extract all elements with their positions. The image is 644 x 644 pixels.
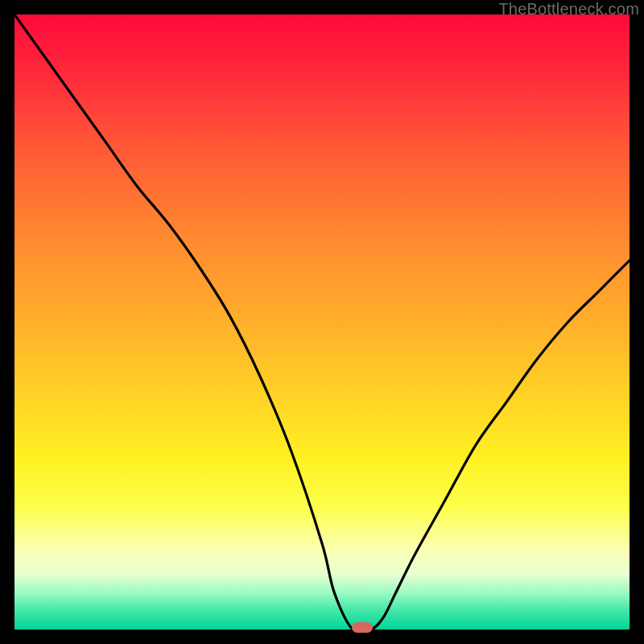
plot-area [14,14,630,630]
bottleneck-line [14,14,630,630]
chart-frame: TheBottleneck.com [0,0,644,644]
watermark-text: TheBottleneck.com [498,0,639,19]
optimal-marker [352,622,373,633]
